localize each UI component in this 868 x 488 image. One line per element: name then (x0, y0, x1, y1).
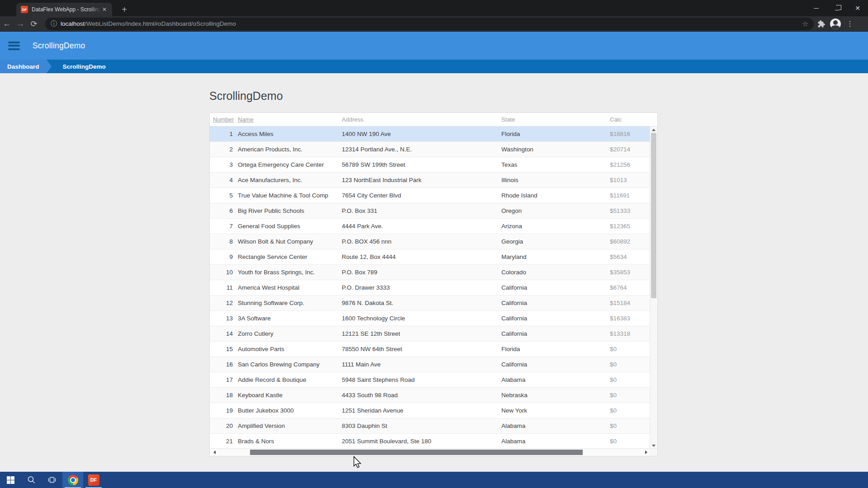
table-row[interactable]: 9 Rectangle Service Center Route 12, Box… (210, 249, 657, 265)
table-row[interactable]: 8 Wilson Bolt & Nut Company P.O. BOX 456… (210, 234, 657, 249)
table-row[interactable]: 18 Keyboard Kastle 4433 South 98 Road Ne… (210, 388, 657, 403)
cell-state: Georgia (501, 238, 610, 245)
cell-calc: $35853 (610, 269, 650, 276)
cell-calc: $0 (610, 376, 650, 383)
table-row[interactable]: 20 Amplified Version 8303 Dauphin St Ala… (210, 418, 657, 434)
cell-state: California (501, 330, 610, 337)
table-row[interactable]: 15 Automotive Parts 78550 NW 64th Street… (210, 342, 657, 357)
column-header[interactable]: Address (342, 116, 501, 123)
table-row[interactable]: 10 Youth for Brass Springs, Inc. P.O. Bo… (210, 265, 657, 280)
new-tab-button[interactable]: + (118, 4, 130, 15)
cell-number: 8 (210, 238, 238, 245)
site-info-icon[interactable]: ⓘ (51, 20, 57, 28)
table-row[interactable]: 13 3A Software 1600 Technology Circle Ca… (210, 311, 657, 326)
cell-name: Big River Public Schools (238, 207, 342, 214)
address-bar[interactable]: ⓘ localhost/WebListDemo/Index.html#oDash… (45, 18, 814, 30)
table-row[interactable]: 11 America West Hospital P.O. Drawer 333… (210, 280, 657, 296)
cell-address: 78550 NW 64th Street (342, 346, 501, 352)
minimize-button[interactable] (806, 0, 826, 16)
bookmark-star-icon[interactable]: ☆ (802, 20, 808, 28)
table-row[interactable]: 5 True Value Machine & Tool Comp 7654 Ci… (210, 188, 657, 203)
scroll-left-arrow[interactable] (211, 449, 218, 456)
breadcrumb: Dashboard ScrollingDemo (0, 60, 868, 73)
cell-name: True Value Machine & Tool Comp (238, 192, 342, 199)
cell-number: 10 (210, 269, 238, 276)
table-row[interactable]: 21 Brads & Nors 2051 Summit Boulevard, S… (210, 434, 657, 449)
cell-calc: $21256 (610, 161, 650, 168)
cell-state: California (501, 300, 610, 306)
task-view-button[interactable] (42, 472, 62, 488)
cell-address: P.O. Drawer 3333 (342, 284, 501, 291)
cell-number: 14 (210, 330, 238, 337)
table-row[interactable]: 14 Zorro Cutlery 12121 SE 12th Street Ca… (210, 326, 657, 342)
cell-address: 4444 Park Ave. (342, 223, 501, 230)
table-row[interactable]: 4 Ace Manufacturers, Inc. 123 NorthEast … (210, 173, 657, 188)
scroll-right-arrow[interactable] (642, 449, 650, 456)
mouse-cursor (353, 456, 362, 469)
cell-address: 7654 City Center Blvd (342, 192, 501, 199)
cell-address: 1400 NW 190 Ave (342, 131, 501, 137)
taskbar-chrome-button[interactable] (62, 472, 83, 488)
cell-address: Route 12, Box 4444 (342, 253, 501, 260)
taskbar-search-button[interactable] (21, 472, 42, 488)
hamburger-menu-icon[interactable] (8, 42, 20, 50)
cell-name: Zorro Cutlery (238, 330, 342, 337)
cell-address: P.O. Box 789 (342, 269, 501, 276)
cell-address: 8303 Dauphin St (342, 422, 501, 429)
cell-state: Washington (501, 146, 610, 153)
cell-name: American Products, Inc. (238, 146, 342, 153)
table-row[interactable]: 6 Big River Public Schools P.O. Box 331 … (210, 203, 657, 219)
cell-number: 18 (210, 392, 238, 399)
vertical-scrollbar-thumb[interactable] (651, 133, 656, 298)
scroll-up-arrow[interactable] (650, 127, 657, 133)
column-header[interactable]: Calc (610, 116, 650, 123)
restore-button[interactable] (826, 0, 847, 16)
table-row[interactable]: 12 Stunning Software Corp. 9876 N. Dakot… (210, 296, 657, 311)
breadcrumb-dashboard[interactable]: Dashboard (0, 60, 47, 73)
reload-button[interactable]: ⟳ (27, 18, 41, 30)
back-button[interactable]: ← (0, 18, 14, 30)
cell-number: 1 (210, 131, 238, 137)
cell-number: 15 (210, 346, 238, 352)
column-header[interactable]: Number (210, 116, 238, 123)
taskbar-dataflex-button[interactable]: DF (83, 472, 104, 488)
cell-calc: $0 (610, 361, 650, 368)
cell-name: Automotive Parts (238, 346, 342, 352)
cell-name: San Carlos Brewing Company (238, 361, 342, 368)
taskbar: DF (0, 472, 868, 488)
close-button[interactable]: ✕ (847, 0, 868, 16)
column-header[interactable]: Name (238, 116, 342, 123)
column-header[interactable]: State (501, 116, 610, 123)
tab-close-icon[interactable]: ✕ (100, 5, 108, 14)
horizontal-scrollbar-thumb[interactable] (250, 450, 583, 455)
extensions-icon[interactable] (817, 20, 826, 28)
cell-name: Brads & Nors (238, 438, 342, 445)
vertical-scrollbar[interactable] (650, 127, 657, 449)
forward-button[interactable]: → (14, 18, 27, 30)
table-row[interactable]: 17 Addie Record & Boutique 5948 Saint St… (210, 372, 657, 388)
dataflex-favicon: DF (21, 6, 28, 13)
cell-state: Rhode Island (501, 192, 610, 199)
horizontal-scrollbar[interactable] (210, 448, 651, 456)
main-content: ScrollingDemo NumberNameAddressStateCalc… (0, 73, 868, 472)
table-row[interactable]: 7 General Food Supplies 4444 Park Ave. A… (210, 219, 657, 234)
browser-menu-icon[interactable]: ⋮ (845, 19, 854, 28)
start-button[interactable] (0, 472, 21, 488)
cell-name: Stunning Software Corp. (238, 300, 342, 306)
cell-state: Alabama (501, 438, 610, 445)
task-view-icon (47, 475, 57, 484)
restore-icon (835, 6, 839, 10)
url-text[interactable]: localhost/WebListDemo/Index.html#oDashbo… (61, 20, 799, 27)
cell-state: California (501, 284, 610, 291)
cell-state: California (501, 361, 610, 368)
table-row[interactable]: 2 American Products, Inc. 12314 Portland… (210, 142, 657, 157)
profile-avatar[interactable] (830, 19, 841, 29)
browser-tab[interactable]: DF DataFlex WebApp - ScrollingDem ✕ (16, 3, 112, 16)
table-row[interactable]: 3 Ortega Emergency Care Center 56789 SW … (210, 157, 657, 173)
cell-address: 9876 N. Dakota St. (342, 300, 501, 306)
cell-state: Florida (501, 131, 610, 137)
table-row[interactable]: 19 Butter Jukebox 3000 1251 Sheridan Ave… (210, 403, 657, 418)
table-row[interactable]: 16 San Carlos Brewing Company 1111 Main … (210, 357, 657, 372)
cell-calc: $60892 (610, 238, 650, 245)
table-row[interactable]: 1 Access Miles 1400 NW 190 Ave Florida $… (210, 127, 657, 142)
